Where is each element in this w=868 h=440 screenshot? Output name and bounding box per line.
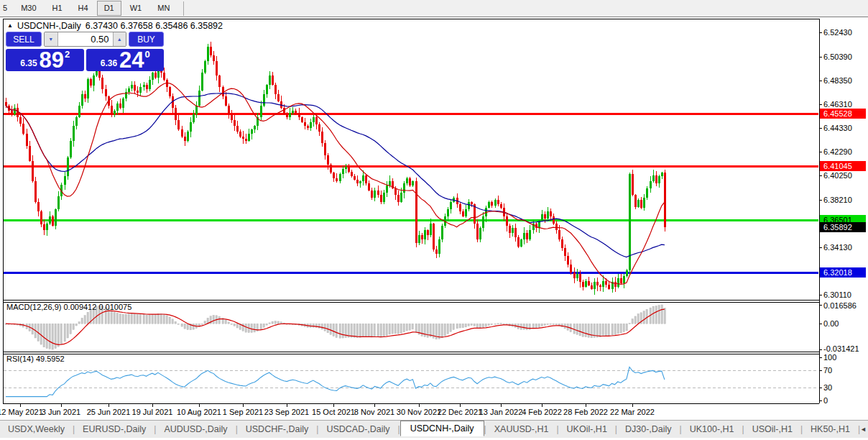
tab-eurusd-daily[interactable]: EURUSD-,Daily	[75, 422, 154, 436]
toolbar-separator	[183, 1, 184, 16]
chart-frame	[3, 19, 819, 403]
symbol-tab-bar: USDX,Weekly|EURUSD-,Daily|AUDUSD-,Daily|…	[0, 420, 868, 438]
current-price-label: 6.35892	[820, 222, 866, 232]
buy-price-prefix: 6.36	[101, 58, 117, 68]
tab-xauusd-h1[interactable]: XAUUSD-,H1	[486, 422, 557, 436]
volume-input[interactable]	[57, 32, 114, 46]
timeframe-button-h1[interactable]: H1	[45, 1, 70, 16]
svg-text:28 Feb 2022: 28 Feb 2022	[563, 408, 608, 416]
svg-text:6.40250: 6.40250	[823, 171, 852, 180]
tab-hk50-h1[interactable]: HK50-,H1	[803, 422, 858, 436]
volume-increase-button[interactable]: ▲	[114, 32, 126, 46]
svg-text:4 Feb 2022: 4 Feb 2022	[522, 408, 562, 416]
macd-axis: 0.0165860.00-0.031421	[819, 301, 859, 353]
svg-text:6.46310: 6.46310	[823, 100, 852, 109]
macd-signal-line	[6, 309, 665, 344]
sell-button[interactable]: SELL	[6, 32, 42, 47]
svg-text:6.45528: 6.45528	[823, 109, 852, 118]
timeframe-button-h4[interactable]: H4	[71, 1, 96, 16]
svg-text:6.35892: 6.35892	[823, 223, 852, 232]
svg-text:100: 100	[823, 353, 836, 362]
trading-platform-window: 5M30H1H4D1W1MN 6.524306.503906.483506.46…	[0, 0, 868, 440]
svg-text:6.44330: 6.44330	[823, 124, 852, 132]
rsi-levels	[4, 371, 818, 388]
ma-slow-line	[6, 93, 665, 257]
timeframe-button-m30[interactable]: M30	[14, 1, 43, 16]
svg-text:6.32018: 6.32018	[823, 268, 852, 277]
svg-text:19 Jul 2021: 19 Jul 2021	[132, 408, 173, 416]
svg-text:10 Aug 2021: 10 Aug 2021	[177, 408, 221, 416]
tab-usdx-weekly[interactable]: USDX,Weekly	[0, 422, 73, 436]
rsi-line	[6, 367, 665, 397]
rsi-axis: 10070300	[819, 353, 836, 405]
svg-text:6.30110: 6.30110	[823, 290, 851, 299]
svg-text:12 May 2021: 12 May 2021	[0, 408, 43, 416]
svg-text:3 Jun 2021: 3 Jun 2021	[42, 408, 80, 416]
tab-usoil-h1[interactable]: USOil-,H1	[744, 422, 800, 436]
chart-ohlc-values: 6.37430 6.37658 6.35486 6.35892	[86, 21, 223, 31]
buy-price-pip: 0	[145, 49, 150, 60]
sell-price-pip: 2	[65, 49, 70, 60]
tab-usdcnh-daily[interactable]: USDCNH-,Daily	[400, 421, 484, 436]
date-axis: 12 May 20213 Jun 202125 Jun 202119 Jul 2…	[0, 403, 655, 416]
tab-usdcad-daily[interactable]: USDCAD-,Daily	[318, 422, 397, 436]
timeframe-button-5[interactable]: 5	[1, 1, 12, 16]
svg-text:6.50390: 6.50390	[823, 52, 852, 61]
collapse-chart-icon[interactable]: ▲	[7, 22, 13, 29]
macd-indicator-label: MACD(12,26,9) 0.009412 0.010075	[6, 303, 131, 311]
svg-text:0.016586: 0.016586	[823, 301, 857, 310]
svg-text:0: 0	[823, 396, 828, 405]
one-click-trade-panel: SELL ▼ ▲ BUY 6.35 89 2 6.36 24 0	[6, 32, 164, 71]
svg-text:23 Sep 2021: 23 Sep 2021	[264, 408, 309, 416]
buy-price-display[interactable]: 6.36 24 0	[86, 49, 165, 71]
sell-price-big: 89	[40, 51, 64, 70]
volume-decrease-button[interactable]: ▼	[45, 32, 57, 46]
tab-uk100-h1[interactable]: UK100-,H1	[682, 422, 742, 436]
svg-text:8 Nov 2021: 8 Nov 2021	[354, 408, 394, 416]
svg-text:0.00: 0.00	[823, 319, 839, 328]
svg-text:6.52430: 6.52430	[823, 28, 852, 37]
timeframe-button-d1[interactable]: D1	[97, 1, 121, 16]
candles-layer	[5, 42, 666, 295]
svg-text:22 Mar 2022: 22 Mar 2022	[610, 408, 655, 416]
svg-text:6.42290: 6.42290	[823, 147, 852, 156]
tab-audusd-daily[interactable]: AUDUSD-,Daily	[156, 422, 235, 436]
svg-text:30: 30	[823, 383, 832, 392]
svg-text:6.41045: 6.41045	[823, 162, 852, 170]
svg-text:22 Dec 2021: 22 Dec 2021	[438, 408, 482, 416]
tab-usdchf-daily[interactable]: USDCHF-,Daily	[238, 422, 317, 436]
svg-text:30 Nov 2021: 30 Nov 2021	[397, 408, 441, 416]
sell-price-prefix: 6.35	[20, 58, 37, 68]
svg-text:1 Sep 2021: 1 Sep 2021	[223, 408, 263, 416]
timeframe-button-w1[interactable]: W1	[123, 1, 149, 16]
buy-button[interactable]: BUY	[129, 32, 164, 47]
svg-text:6.34130: 6.34130	[823, 243, 852, 252]
chart-title: ▲ USDCNH-,Daily 6.37430 6.37658 6.35486 …	[7, 21, 223, 31]
svg-text:13 Jan 2022: 13 Jan 2022	[479, 408, 523, 416]
tab-ukoil-h1[interactable]: UKOil-,H1	[559, 422, 615, 436]
timeframe-toolbar: 5M30H1H4D1W1MN	[0, 0, 868, 17]
price-line-labels: 6.455286.410456.365016.32018	[820, 109, 866, 278]
sell-price-display[interactable]: 6.35 89 2	[6, 49, 84, 71]
tab-scroll-left-icon[interactable]: ◄	[860, 426, 867, 433]
svg-text:-0.031421: -0.031421	[823, 344, 859, 353]
svg-text:6.38210: 6.38210	[823, 196, 852, 204]
svg-text:25 Jun 2021: 25 Jun 2021	[87, 408, 131, 416]
tab-scroll-controls: ◄►	[860, 426, 868, 433]
rsi-indicator-label: RSI(14) 49.5952	[6, 354, 65, 363]
tab-dj30-daily[interactable]: DJ30-,Daily	[617, 422, 680, 436]
timeframe-button-mn[interactable]: MN	[150, 1, 177, 16]
volume-stepper: ▼ ▲	[44, 32, 126, 47]
svg-text:70: 70	[823, 366, 832, 375]
chart-symbol-label: USDCNH-,Daily	[17, 21, 81, 31]
buy-price-big: 24	[119, 51, 144, 70]
svg-text:15 Oct 2021: 15 Oct 2021	[312, 408, 355, 416]
svg-text:6.48350: 6.48350	[823, 76, 852, 85]
